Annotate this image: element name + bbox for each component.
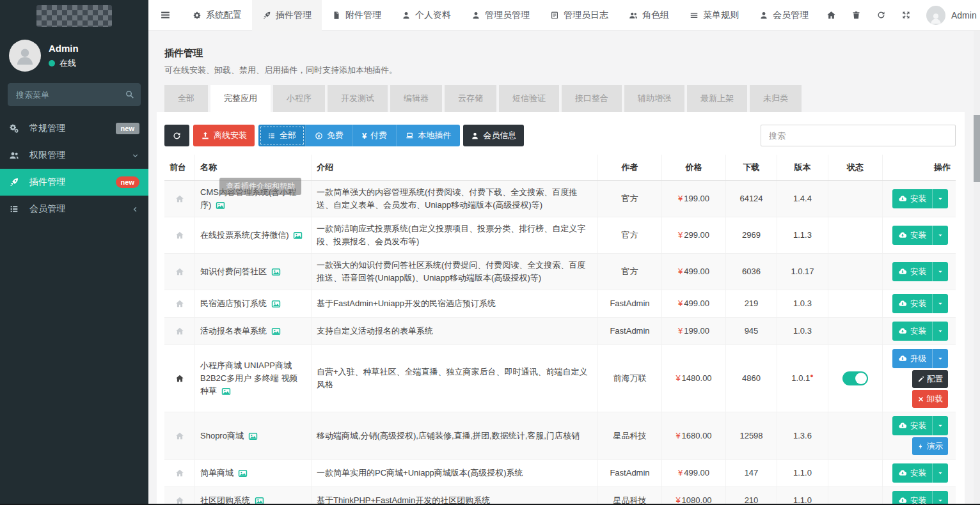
- tab-10[interactable]: 最新上架: [687, 85, 747, 112]
- nav-item-7[interactable]: 角色组: [619, 0, 679, 31]
- home-icon[interactable]: [819, 0, 844, 31]
- home-icon: [175, 327, 184, 336]
- install-button[interactable]: 安装: [892, 491, 948, 505]
- nav-item-6[interactable]: 管理员日志: [540, 0, 619, 31]
- tab-2[interactable]: 完整应用: [210, 85, 271, 112]
- plugin-name-cell: 民宿酒店预订系统: [195, 290, 312, 317]
- sidebar-item-3[interactable]: 插件管理new: [0, 169, 148, 196]
- install-button[interactable]: 安装: [892, 416, 948, 435]
- menu-rule-icon: [690, 11, 699, 20]
- dropdown-caret[interactable]: [932, 262, 948, 281]
- nav-item-9[interactable]: 会员管理: [749, 0, 819, 31]
- nav-item-1[interactable]: 系统配置: [182, 0, 252, 31]
- tab-11[interactable]: 未归类: [750, 85, 802, 112]
- plugin-actions: 安装: [883, 318, 956, 345]
- sidebar-item-4[interactable]: 会员管理: [0, 196, 148, 222]
- offline-install-button[interactable]: 离线安装: [193, 125, 255, 146]
- trash-icon[interactable]: [844, 0, 869, 31]
- plugin-name[interactable]: 活动报名表单系统: [200, 325, 306, 338]
- plugin-actions: 升级配置卸载: [883, 345, 956, 412]
- plugin-author: 官方: [598, 217, 662, 253]
- plugin-name[interactable]: 在线投票系统(支持微信): [200, 229, 306, 242]
- nav-item-4[interactable]: 个人资料: [391, 0, 461, 31]
- plugin-version: 1.0.1●: [777, 345, 828, 412]
- sidebar-user-status: 在线: [59, 58, 76, 69]
- tab-6[interactable]: 云存储: [445, 85, 496, 112]
- tab-5[interactable]: 编辑器: [390, 85, 442, 112]
- plugin-name[interactable]: 知识付费问答社区: [200, 265, 306, 278]
- install-button[interactable]: 安装: [892, 226, 948, 245]
- uninstall-button[interactable]: 卸载: [912, 390, 948, 408]
- nav-item-8[interactable]: 菜单规则: [679, 0, 749, 31]
- filter-4[interactable]: 本地插件: [397, 125, 460, 146]
- nav-item-label: 管理员日志: [564, 10, 608, 21]
- nav-item-3[interactable]: 附件管理: [322, 0, 391, 31]
- tab-9[interactable]: 辅助增强: [624, 85, 684, 112]
- install-button[interactable]: 安装: [892, 463, 948, 483]
- plugin-actions: 安装演示: [883, 412, 956, 459]
- user-menu[interactable]: Admin: [919, 6, 980, 25]
- home-icon: [175, 469, 184, 478]
- bolt-icon: [917, 443, 924, 450]
- dropdown-caret[interactable]: [932, 416, 948, 435]
- nav-item-5[interactable]: 管理员管理: [461, 0, 540, 31]
- member-icon: [759, 11, 768, 20]
- dropdown-caret[interactable]: [932, 294, 948, 313]
- column-header-dl: 下载: [726, 155, 777, 180]
- hamburger-icon[interactable]: [148, 10, 182, 20]
- plugin-name[interactable]: 民宿酒店预订系统: [200, 297, 306, 310]
- member-info-button[interactable]: 会员信息: [463, 125, 524, 146]
- enable-toggle[interactable]: [842, 371, 868, 385]
- plugin-name[interactable]: 小程序商城 UNIAPP商城 B2B2C多用户 多终端 视频种草: [200, 359, 306, 398]
- install-button[interactable]: 安装: [892, 294, 948, 313]
- tab-1[interactable]: 全部: [164, 85, 208, 112]
- install-button[interactable]: 安装: [892, 262, 948, 281]
- home-icon: [175, 374, 184, 383]
- sidebar-item-2[interactable]: 权限管理: [0, 142, 148, 169]
- plugin-description: 基于FastAdmin+Uniapp开发的民宿酒店预订系统: [312, 290, 598, 317]
- plugin-version: 1.3.6: [777, 412, 828, 459]
- upgrade-button[interactable]: 升级: [892, 349, 948, 368]
- install-button[interactable]: 安装: [892, 189, 948, 208]
- filter-2[interactable]: 免费: [306, 125, 353, 146]
- sidebar-search-input[interactable]: [8, 83, 141, 106]
- demo-button[interactable]: 演示: [912, 437, 948, 455]
- sidebar-user-name: Admin: [49, 43, 79, 54]
- refresh-button[interactable]: [164, 125, 189, 146]
- tab-8[interactable]: 接口整合: [562, 85, 622, 112]
- dropdown-caret[interactable]: [932, 463, 948, 483]
- dropdown-caret[interactable]: [932, 349, 948, 368]
- config-button[interactable]: 配置: [912, 370, 948, 388]
- home-icon: [175, 194, 184, 203]
- tab-3[interactable]: 小程序: [273, 85, 325, 112]
- image-icon: [271, 267, 281, 276]
- toolbar: 离线安装 全部免费¥付费本地插件 会员信息: [164, 125, 956, 146]
- sidebar-item-label: 插件管理: [29, 176, 65, 188]
- scrollbar-track[interactable]: [974, 31, 980, 505]
- log-icon: [550, 11, 559, 20]
- plugin-description: 一款简洁响应式投票系统(自定义投票项目、投票分类、排行榜、自定义字段、投票报名、…: [312, 217, 598, 253]
- plugin-downloads: 210: [726, 487, 777, 505]
- filter-3[interactable]: ¥付费: [353, 125, 397, 146]
- plugin-name-cell: 活动报名表单系统: [195, 318, 312, 345]
- fullscreen-icon[interactable]: [894, 0, 919, 31]
- tab-7[interactable]: 短信验证: [499, 85, 559, 112]
- nav-item-2[interactable]: 插件管理: [252, 0, 322, 31]
- dropdown-caret[interactable]: [932, 189, 948, 208]
- plugin-name[interactable]: 简单商城: [200, 467, 306, 479]
- dropdown-caret[interactable]: [932, 491, 948, 505]
- online-dot-icon: [49, 60, 55, 66]
- dropdown-caret[interactable]: [932, 322, 948, 341]
- sidebar-item-1[interactable]: 常规管理new: [0, 115, 148, 142]
- plugin-search-input[interactable]: [761, 125, 956, 146]
- frontend-indicator: [164, 181, 195, 217]
- filter-1[interactable]: 全部: [258, 125, 306, 146]
- plugin-name[interactable]: CMS内容管理系统(含小程序): [200, 186, 306, 212]
- tab-4[interactable]: 开发测试: [328, 85, 388, 112]
- dropdown-caret[interactable]: [932, 226, 948, 245]
- top-navbar: 系统配置插件管理附件管理个人资料管理员管理管理员日志角色组菜单规则会员管理 Ad…: [148, 0, 980, 31]
- plugin-name[interactable]: Shopro商城: [200, 430, 306, 442]
- clear-cache-icon[interactable]: [869, 0, 894, 31]
- install-button[interactable]: 安装: [892, 322, 948, 341]
- scrollbar-thumb[interactable]: [974, 115, 980, 182]
